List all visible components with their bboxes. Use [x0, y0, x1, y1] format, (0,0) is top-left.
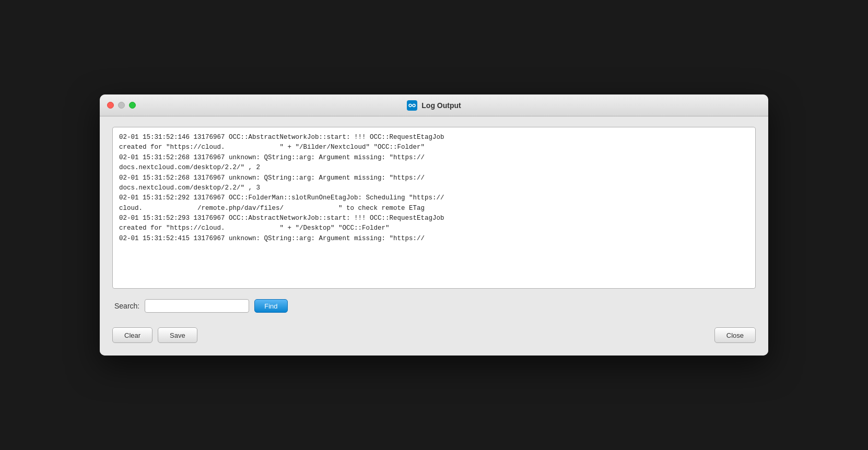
save-button[interactable]: Save	[158, 327, 197, 343]
main-window: Log Output 02-01 15:31:52:146 13176967 O…	[100, 94, 768, 356]
window-title: Log Output	[421, 101, 461, 110]
svg-point-0	[409, 104, 412, 106]
close-window-button[interactable]	[107, 102, 114, 109]
traffic-lights	[107, 102, 136, 109]
maximize-window-button[interactable]	[129, 102, 136, 109]
log-output-container[interactable]: 02-01 15:31:52:146 13176967 OCC::Abstrac…	[112, 127, 756, 289]
search-row: Search: Find	[112, 299, 756, 313]
close-button[interactable]: Close	[714, 327, 756, 343]
search-label: Search:	[114, 302, 139, 310]
titlebar: Log Output	[100, 94, 768, 116]
bottom-button-row: Clear Save Close	[112, 327, 756, 343]
find-button[interactable]: Find	[254, 299, 287, 313]
left-buttons: Clear Save	[112, 327, 197, 343]
title-content: Log Output	[407, 100, 461, 111]
clear-button[interactable]: Clear	[112, 327, 153, 343]
search-input[interactable]	[145, 299, 249, 313]
window-body: 02-01 15:31:52:146 13176967 OCC::Abstrac…	[100, 116, 768, 356]
log-output-text: 02-01 15:31:52:146 13176967 OCC::Abstrac…	[113, 127, 755, 249]
svg-point-1	[413, 104, 415, 106]
app-icon	[407, 100, 417, 111]
minimize-window-button[interactable]	[118, 102, 125, 109]
